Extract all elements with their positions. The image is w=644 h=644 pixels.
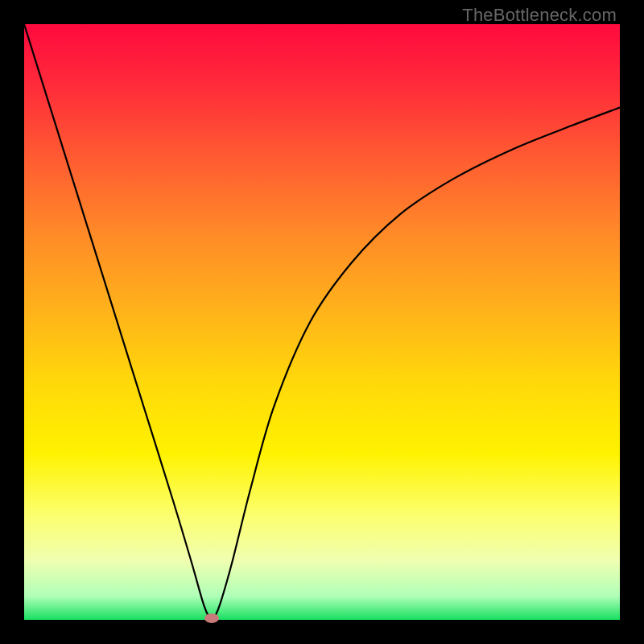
minimum-marker	[204, 613, 219, 623]
chart-container: TheBottleneck.com	[0, 0, 644, 644]
watermark-text: TheBottleneck.com	[462, 5, 617, 26]
bottleneck-curve	[24, 24, 620, 620]
